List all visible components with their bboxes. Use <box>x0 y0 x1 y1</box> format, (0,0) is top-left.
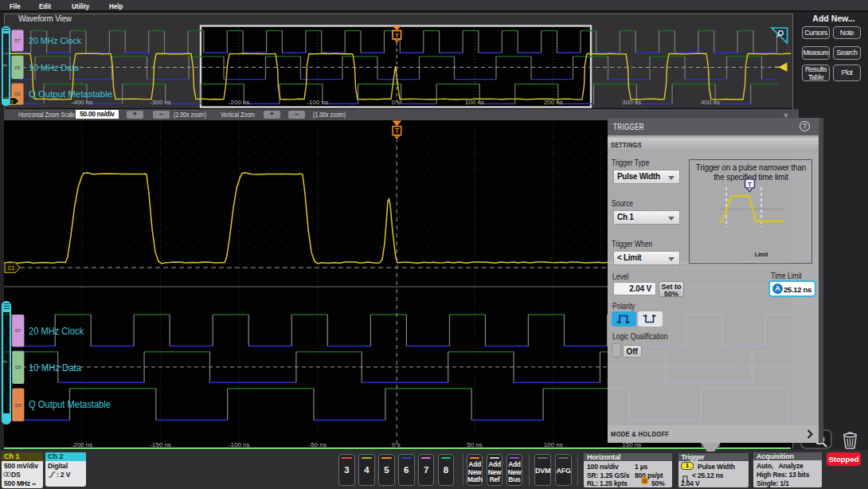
svg-text:D3: D3 <box>14 92 20 96</box>
svg-text:300 ns: 300 ns <box>622 99 641 106</box>
svg-text:-100 ns: -100 ns <box>307 99 328 106</box>
svg-text:200 ns: 200 ns <box>544 99 563 106</box>
svg-text:20 MHz Clock: 20 MHz Clock <box>29 325 84 336</box>
svg-text:Q Output Metastable: Q Output Metastable <box>29 89 112 99</box>
svg-text:-200 ns: -200 ns <box>229 99 250 106</box>
svg-text:100 ns: 100 ns <box>465 99 484 106</box>
svg-text:D5: D5 <box>14 65 20 70</box>
svg-text:-400 ns: -400 ns <box>72 99 93 106</box>
svg-text:D7: D7 <box>14 38 20 43</box>
svg-text:-300 ns: -300 ns <box>150 99 171 106</box>
svg-text:T: T <box>395 32 399 39</box>
svg-text:Q Output Metastable: Q Output Metastable <box>29 398 111 409</box>
svg-text:C1: C1 <box>8 264 15 270</box>
svg-text:0 s: 0 s <box>392 99 401 106</box>
svg-text:20 MHz Clock: 20 MHz Clock <box>29 36 81 45</box>
svg-text:D5: D5 <box>15 365 22 370</box>
svg-text:10 MHz Data: 10 MHz Data <box>29 362 81 373</box>
svg-text:Limit: Limit <box>754 252 768 257</box>
svg-text:D3: D3 <box>15 402 22 407</box>
svg-text:400 ns: 400 ns <box>701 99 720 106</box>
svg-text:D7: D7 <box>15 328 22 333</box>
svg-text:T: T <box>748 181 752 188</box>
svg-text:10 MHz Data: 10 MHz Data <box>29 63 80 72</box>
svg-text:T: T <box>395 127 400 135</box>
